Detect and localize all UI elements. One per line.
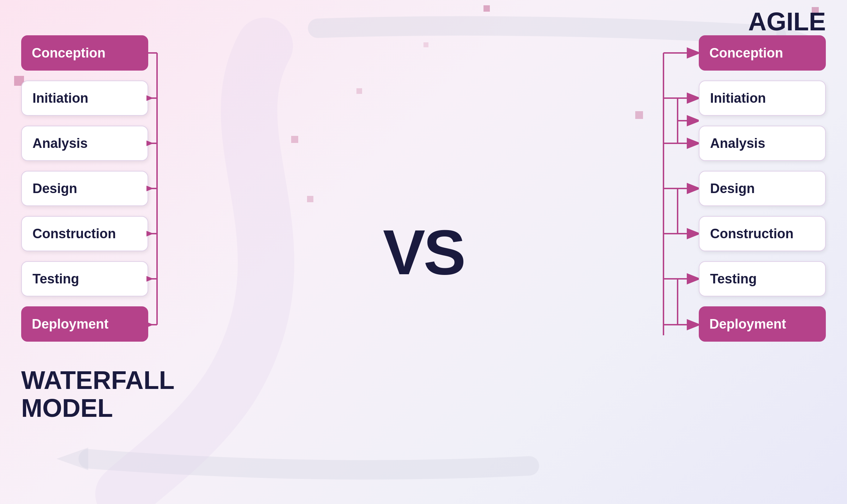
vs-label: VS xyxy=(383,216,464,289)
deco-square-3 xyxy=(635,111,643,119)
waterfall-initiation-box: Initiation xyxy=(21,80,148,116)
agile-phases-column: Conception Initiation Analysis Design Co… xyxy=(699,35,826,352)
agile-testing-label: Testing xyxy=(710,271,757,287)
waterfall-connector-svg xyxy=(146,35,196,353)
agile-design-label: Design xyxy=(710,181,755,196)
waterfall-deployment-label: Deployment xyxy=(32,317,108,332)
waterfall-conception-label: Conception xyxy=(32,46,106,61)
deco-square-2 xyxy=(483,5,490,12)
agile-conception-box: Conception xyxy=(699,35,826,71)
waterfall-design-box: Design xyxy=(21,171,148,206)
waterfall-analysis-label: Analysis xyxy=(32,136,88,151)
agile-analysis-box: Analysis xyxy=(699,126,826,161)
agile-analysis-label: Analysis xyxy=(710,136,765,151)
svg-marker-3 xyxy=(56,448,88,470)
agile-design-box: Design xyxy=(699,171,826,206)
waterfall-conception-box: Conception xyxy=(21,35,148,71)
agile-connector-svg xyxy=(653,35,699,353)
waterfall-initiation-label: Initiation xyxy=(32,91,88,106)
waterfall-testing-box: Testing xyxy=(21,261,148,296)
agile-initiation-box: Initiation xyxy=(699,80,826,116)
waterfall-testing-label: Testing xyxy=(32,271,79,287)
agile-conception-label: Conception xyxy=(709,46,783,61)
waterfall-title-line1: WATERFALL xyxy=(21,366,175,394)
agile-testing-box: Testing xyxy=(699,261,826,296)
agile-deployment-label: Deployment xyxy=(709,317,786,332)
deco-square-6 xyxy=(356,88,362,94)
agile-construction-label: Construction xyxy=(710,226,793,241)
agile-initiation-label: Initiation xyxy=(710,91,766,106)
waterfall-analysis-box: Analysis xyxy=(21,126,148,161)
waterfall-title: WATERFALL MODEL xyxy=(21,366,175,422)
agile-title: AGILE xyxy=(748,7,826,36)
waterfall-section: Conception Initiation Analysis Design Co… xyxy=(21,35,148,352)
deco-square-8 xyxy=(424,42,428,47)
waterfall-boxes: Conception Initiation Analysis Design Co… xyxy=(21,35,148,342)
waterfall-design-label: Design xyxy=(32,181,77,196)
agile-section: AGILE xyxy=(653,35,826,353)
agile-construction-box: Construction xyxy=(699,216,826,251)
deco-square-4 xyxy=(291,136,298,143)
waterfall-construction-label: Construction xyxy=(32,226,116,241)
agile-deployment-box: Deployment xyxy=(699,306,826,342)
waterfall-construction-box: Construction xyxy=(21,216,148,251)
agile-boxes: Conception Initiation Analysis Design Co… xyxy=(653,35,826,353)
waterfall-title-line2: MODEL xyxy=(21,394,175,422)
deco-square-5 xyxy=(307,196,313,202)
waterfall-deployment-box: Deployment xyxy=(21,306,148,342)
